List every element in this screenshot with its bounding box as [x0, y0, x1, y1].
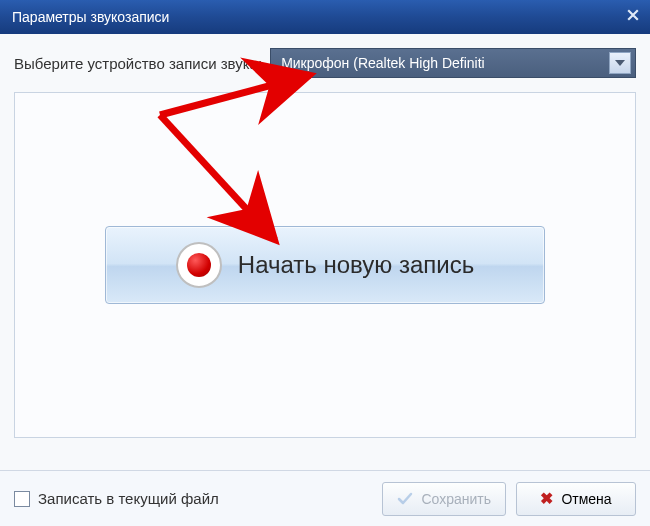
cancel-button[interactable]: ✖ Отмена [516, 482, 636, 516]
close-icon[interactable] [624, 6, 642, 24]
device-row: Выберите устройство записи звука: Микроф… [14, 48, 636, 78]
device-selected-value: Микрофон (Realtek High Definiti [281, 55, 485, 71]
record-icon [176, 242, 222, 288]
save-button: Сохранить [382, 482, 506, 516]
checkbox-box-icon [14, 491, 30, 507]
footer: Записать в текущий файл Сохранить ✖ Отме… [0, 470, 650, 526]
append-to-file-checkbox[interactable]: Записать в текущий файл [14, 490, 372, 507]
cancel-x-icon: ✖ [540, 489, 553, 508]
append-to-file-label: Записать в текущий файл [38, 490, 219, 507]
start-recording-label: Начать новую запись [238, 251, 474, 279]
titlebar: Параметры звукозаписи [0, 0, 650, 34]
window-title: Параметры звукозаписи [12, 9, 169, 25]
cancel-label: Отмена [561, 491, 611, 507]
save-label: Сохранить [421, 491, 491, 507]
device-dropdown[interactable]: Микрофон (Realtek High Definiti [270, 48, 636, 78]
main-panel: Начать новую запись [14, 92, 636, 438]
check-icon [397, 492, 413, 506]
start-recording-button[interactable]: Начать новую запись [105, 226, 545, 304]
dialog-body: Выберите устройство записи звука: Микроф… [0, 34, 650, 438]
device-label: Выберите устройство записи звука: [14, 55, 262, 72]
dropdown-arrow-icon[interactable] [609, 52, 631, 74]
dialog-window: Параметры звукозаписи Выберите устройств… [0, 0, 650, 526]
